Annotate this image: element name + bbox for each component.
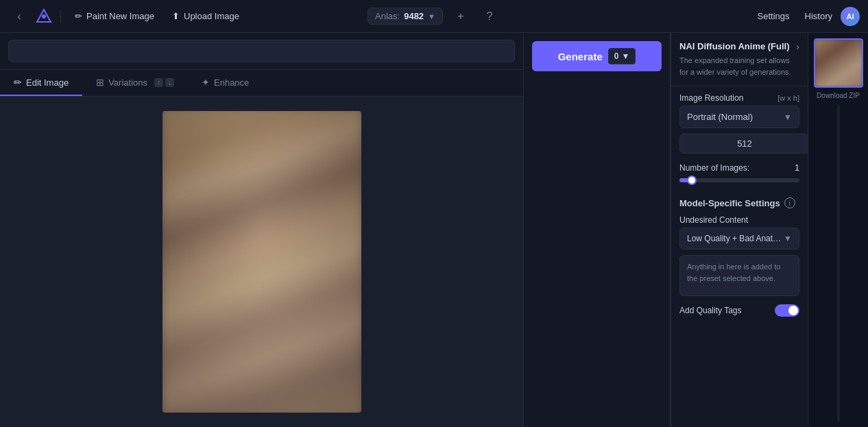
topbar-divider (60, 10, 61, 23)
main-layout: ✏ Edit Image ⊞ Variations ↑ ↓ ✦ Enhance (0, 33, 868, 427)
model-section: NAI Diffusion Anime (Full) › The expande… (671, 33, 808, 86)
cost-value: 0 (614, 51, 619, 61)
avatar: AI (841, 7, 860, 26)
add-button[interactable]: + (450, 5, 472, 27)
resolution-row: Image Resolution [w x h] (671, 86, 808, 106)
tab-edit-label: Edit Image (26, 77, 69, 88)
undesired-dropdown[interactable]: Low Quality + Bad Anat… ▼ (679, 228, 799, 249)
model-name: NAI Diffusion Anime (Full) (679, 41, 790, 51)
num-images-slider[interactable] (679, 178, 799, 182)
history-thumbnail[interactable] (814, 38, 863, 88)
undesired-label: Undesired Content (671, 212, 808, 228)
resolution-hint: [w x h] (777, 94, 799, 102)
variations-icon: ⊞ (96, 77, 104, 88)
upload-label: Upload Image (184, 11, 239, 21)
generate-button[interactable]: Generate 0 ▼ (532, 41, 662, 71)
anlas-value: 9482 (404, 11, 424, 21)
undesired-placeholder: Anything in here is added to the preset … (687, 263, 780, 282)
undesired-textarea[interactable]: Anything in here is added to the preset … (679, 255, 799, 296)
canvas-image-inner (162, 111, 361, 413)
paint-new-button[interactable]: ✏ Paint New Image (68, 7, 161, 25)
anlas-cost-badge: 0 ▼ (608, 48, 636, 64)
settings-button[interactable]: Settings (751, 7, 797, 25)
portrait-label: Portrait (Normal) (687, 112, 753, 122)
anlas-label: Anlas: (375, 11, 400, 21)
enhance-icon: ✦ (202, 77, 210, 88)
tab-edit-image[interactable]: ✏ Edit Image (0, 70, 82, 96)
model-desc: The expanded training set allows for a w… (679, 55, 799, 77)
generate-label: Generate (558, 51, 603, 62)
topbar: ‹ ✏ Paint New Image ⬆ Upload Image Anlas… (0, 0, 868, 33)
cost-icon: ▼ (621, 51, 629, 61)
tab-variations-label: Variations (108, 77, 147, 88)
width-input[interactable] (679, 134, 808, 154)
portrait-dropdown[interactable]: Portrait (Normal) ▼ (679, 106, 799, 128)
prompt-bar (0, 33, 523, 70)
history-panel: Download ZIP (808, 33, 868, 427)
tab-enhance[interactable]: ✦ Enhance (188, 70, 263, 96)
undesired-preset: Low Quality + Bad Anat… (687, 234, 781, 243)
slider-thumb (687, 175, 697, 185)
upload-image-button[interactable]: ⬆ Upload Image (165, 7, 246, 25)
generate-panel: Generate 0 ▼ (523, 33, 671, 427)
history-thumb-image (814, 38, 863, 88)
left-panel: ✏ Edit Image ⊞ Variations ↑ ↓ ✦ Enhance (0, 33, 523, 427)
download-zip-button[interactable]: Download ZIP (817, 92, 860, 99)
var-badge-up: ↑ (154, 78, 163, 87)
quality-tags-row: Add Quality Tags (671, 302, 808, 319)
paint-icon: ✏ (75, 11, 82, 21)
var-badge-down: ↓ (165, 78, 174, 87)
tab-enhance-label: Enhance (214, 77, 249, 88)
upload-icon: ⬆ (172, 11, 180, 21)
resolution-inputs: ✕ (679, 134, 799, 154)
toolbar: ✏ Edit Image ⊞ Variations ↑ ↓ ✦ Enhance (0, 70, 523, 97)
model-title-row: NAI Diffusion Anime (Full) › (679, 41, 799, 52)
resolution-label: Image Resolution (679, 93, 743, 103)
canvas-area (0, 97, 523, 427)
topbar-center: Anlas: 9482 ▼ + ? (367, 5, 501, 27)
back-button[interactable]: ‹ (8, 5, 30, 27)
model-specific-section: Model-Specific Settings i (671, 191, 808, 212)
tab-variations[interactable]: ⊞ Variations ↑ ↓ (82, 70, 188, 96)
help-button[interactable]: ? (479, 5, 501, 27)
canvas-image (162, 111, 361, 413)
nai-logo (34, 7, 53, 26)
toggle-thumb (788, 306, 798, 315)
info-icon[interactable]: i (784, 197, 795, 208)
anlas-badge: Anlas: 9482 ▼ (367, 8, 443, 25)
topbar-left: ‹ ✏ Paint New Image ⬆ Upload Image (8, 5, 362, 27)
settings-sidebar: NAI Diffusion Anime (Full) › The expande… (671, 33, 808, 427)
history-label: History (805, 11, 832, 21)
num-images-value: 1 (795, 163, 799, 173)
anlas-chevron-icon: ▼ (428, 12, 435, 21)
history-scrollbar[interactable] (837, 105, 840, 422)
quality-tags-toggle[interactable] (775, 304, 799, 317)
num-images-label: Number of Images: (679, 163, 749, 173)
model-specific-label: Model-Specific Settings (679, 198, 780, 208)
edit-icon: ✏ (14, 77, 22, 88)
collapse-button[interactable]: › (792, 41, 799, 52)
slider-track (679, 178, 799, 182)
paint-new-label: Paint New Image (86, 11, 154, 21)
prompt-input[interactable] (8, 40, 515, 62)
topbar-right: Settings History AI (506, 7, 860, 26)
quality-tags-label: Add Quality Tags (679, 306, 742, 315)
portrait-chevron-icon: ▼ (784, 112, 792, 122)
svg-point-1 (42, 14, 46, 19)
variation-badges: ↑ ↓ (154, 78, 174, 87)
undesired-chevron-icon: ▼ (784, 234, 792, 243)
